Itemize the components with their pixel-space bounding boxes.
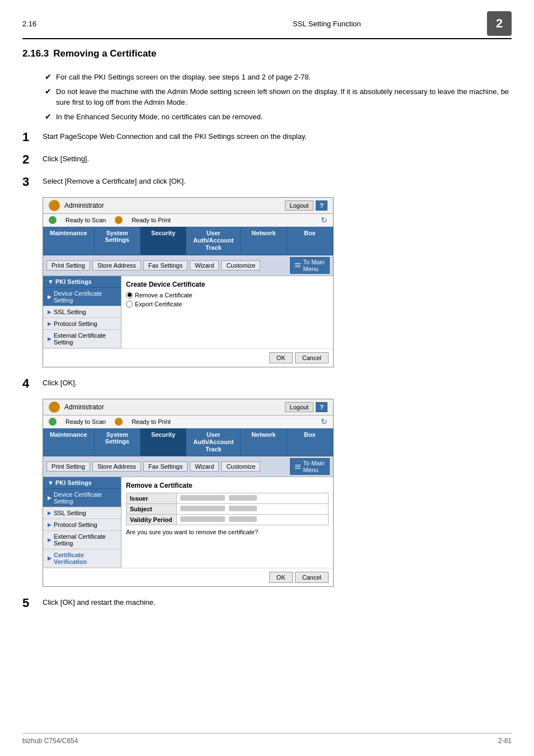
- subnav-store-address-2[interactable]: Store Address: [92, 461, 141, 472]
- refresh-icon-2[interactable]: ↻: [321, 417, 327, 426]
- tab-maintenance[interactable]: Maintenance: [43, 227, 95, 255]
- arrow-icon: ▶: [48, 522, 51, 528]
- cert-row-issuer: Issuer: [127, 493, 329, 504]
- tab-security-2[interactable]: Security: [140, 428, 186, 456]
- top-bar-buttons-2: Logout ?: [285, 402, 327, 412]
- main-title-2: Remove a Certificate: [126, 482, 329, 489]
- logout-button-2[interactable]: Logout: [285, 402, 314, 412]
- footer-page: 2-81: [498, 737, 512, 745]
- ui-subnav-2: Print Setting Store Address Fax Settings…: [43, 456, 333, 477]
- tab-maintenance-2[interactable]: Maintenance: [43, 428, 95, 456]
- sidebar-item-label: External Certificate Setting: [54, 332, 116, 346]
- tab-user-auth-track-2: Track: [205, 446, 222, 453]
- radio-export-certificate[interactable]: Export Certificate: [126, 301, 329, 307]
- ui-nav-2: Maintenance SystemSettings Security User…: [43, 428, 333, 457]
- sidebar-external-certificate-2[interactable]: ▶ External Certificate Setting: [43, 531, 121, 549]
- cert-value-bar: [229, 495, 257, 501]
- to-main-button-2[interactable]: To MainMenu: [290, 458, 330, 475]
- cert-value-bar: [229, 506, 257, 511]
- sidebar-item-label: External Certificate Setting: [54, 533, 116, 547]
- sidebar-protocol-setting[interactable]: ▶ Protocol Setting: [43, 318, 121, 330]
- cert-field-validity: Validity Period: [127, 515, 177, 525]
- to-main-button[interactable]: To MainMenu: [290, 257, 330, 274]
- cert-field-issuer: Issuer: [127, 493, 177, 504]
- step-number-2: 2: [22, 152, 43, 167]
- admin-row-2: Administrator: [49, 402, 104, 413]
- sidebar-item-label: Protocol Setting: [54, 521, 97, 528]
- tab-network-2[interactable]: Network: [241, 428, 287, 456]
- step-2: 2 Click [Setting].: [22, 152, 512, 167]
- step-1: 1 Start PageScope Web Connection and cal…: [22, 130, 512, 144]
- arrow-icon: ▶: [48, 321, 51, 326]
- sidebar-device-certificate[interactable]: ▶ Device Certificate Setting: [43, 288, 121, 306]
- footer-model: bizhub C754/C654: [22, 737, 78, 745]
- cert-value-bar: [180, 506, 225, 511]
- cert-value-bar: [180, 495, 225, 501]
- sidebar-device-certificate-2[interactable]: ▶ Device Certificate Setting: [43, 489, 121, 507]
- help-button[interactable]: ?: [316, 200, 327, 211]
- tab-box[interactable]: Box: [287, 227, 333, 255]
- subnav-fax-settings-2[interactable]: Fax Settings: [143, 461, 188, 472]
- checkmark-icon: ✔: [45, 87, 51, 96]
- section-title: SSL Setting Function: [293, 20, 361, 28]
- sidebar-protocol-setting-2[interactable]: ▶ Protocol Setting: [43, 519, 121, 531]
- radio-remove-certificate[interactable]: Remove a Certificate: [126, 292, 329, 298]
- ok-button-1[interactable]: OK: [269, 352, 293, 363]
- subnav-fax-settings[interactable]: Fax Settings: [143, 260, 188, 270]
- sidebar-item-label: Protocol Setting: [54, 320, 97, 327]
- ok-button-2[interactable]: OK: [269, 572, 293, 583]
- cancel-button-2[interactable]: Cancel: [295, 572, 329, 583]
- subsection-title: Removing a Certificate: [53, 48, 156, 59]
- radio-button-remove[interactable]: [126, 292, 133, 298]
- sidebar-external-certificate[interactable]: ▶ External Certificate Setting: [43, 330, 121, 348]
- subnav-customize[interactable]: Customize: [221, 260, 260, 270]
- tab-network[interactable]: Network: [241, 227, 287, 255]
- tab-system-settings[interactable]: SystemSettings: [95, 227, 140, 255]
- scan-status-text-2: Ready to Scan: [65, 418, 106, 425]
- tab-security[interactable]: Security: [140, 227, 186, 255]
- subnav-wizard[interactable]: Wizard: [190, 260, 219, 270]
- bullet-text-1: For call the PKI Settings screen on the …: [56, 72, 311, 83]
- admin-icon: [49, 200, 60, 211]
- subnav-wizard-2[interactable]: Wizard: [190, 461, 219, 472]
- bullet-item: ✔ For call the PKI Settings screen on th…: [39, 72, 512, 83]
- menu-lines-icon: [295, 263, 301, 267]
- cert-value-bar: [229, 516, 257, 522]
- subnav-print-setting[interactable]: Print Setting: [46, 260, 90, 270]
- tab-box-2[interactable]: Box: [287, 428, 333, 456]
- sidebar-item-label: Device Certificate Setting: [54, 290, 116, 304]
- tab-user-auth-sub: Auth/Account: [193, 237, 233, 244]
- step-number-3: 3: [22, 175, 43, 189]
- help-button-2[interactable]: ?: [316, 402, 327, 412]
- sidebar-ssl-setting-2[interactable]: ▶ SSL Setting: [43, 507, 121, 519]
- sidebar-ssl-setting[interactable]: ▶ SSL Setting: [43, 306, 121, 318]
- to-main-label: To MainMenu: [303, 259, 325, 272]
- arrow-icon: ▶: [48, 309, 51, 315]
- sidebar-item-label: Device Certificate Setting: [54, 491, 116, 505]
- cancel-button-1[interactable]: Cancel: [295, 352, 329, 363]
- step-number-4: 4: [22, 376, 43, 391]
- scan-status-icon: [49, 216, 57, 224]
- ui-subnav-1: Print Setting Store Address Fax Settings…: [43, 255, 333, 276]
- tab-user-auth[interactable]: User Auth/Account Track: [186, 227, 241, 255]
- subsection-number: 2.16.3: [22, 48, 49, 59]
- tab-user-auth-track: Track: [205, 244, 222, 251]
- tab-user-auth-2[interactable]: User Auth/Account Track: [186, 428, 241, 456]
- ui-nav-1: Maintenance SystemSettings Security User…: [43, 227, 333, 255]
- refresh-icon[interactable]: ↻: [321, 216, 327, 225]
- sidebar-item-label: SSL Setting: [54, 309, 86, 315]
- tab-system-settings-2[interactable]: SystemSettings: [95, 428, 140, 456]
- sidebar-cert-verification[interactable]: ▶ Certificate Verification: [43, 549, 121, 568]
- subnav-customize-2[interactable]: Customize: [221, 461, 260, 472]
- arrow-icon: ▶: [48, 495, 51, 501]
- print-status-icon-2: [115, 418, 123, 426]
- to-main-label-2: To MainMenu: [303, 460, 325, 473]
- radio-button-export[interactable]: [126, 301, 133, 307]
- radio-label-export: Export Certificate: [135, 301, 182, 307]
- bullet-text-2: Do not leave the machine with the Admin …: [56, 86, 512, 108]
- scan-status-text: Ready to Scan: [65, 217, 106, 223]
- logout-button[interactable]: Logout: [285, 200, 314, 211]
- ui-top-bar-2: Administrator Logout ?: [43, 399, 333, 416]
- subnav-store-address[interactable]: Store Address: [92, 260, 141, 270]
- subnav-print-setting-2[interactable]: Print Setting: [46, 461, 90, 472]
